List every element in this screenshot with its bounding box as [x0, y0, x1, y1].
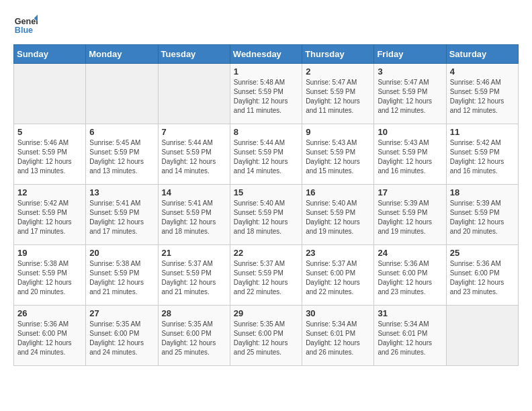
day-number: 23: [306, 248, 370, 258]
calendar-cell: 3Sunrise: 5:47 AM Sunset: 5:59 PM Daylig…: [374, 64, 446, 124]
calendar-cell: 28Sunrise: 5:35 AM Sunset: 6:00 PM Dayli…: [158, 306, 230, 366]
day-info: Sunrise: 5:35 AM Sunset: 6:00 PM Dayligh…: [234, 320, 298, 357]
calendar-cell: 14Sunrise: 5:41 AM Sunset: 5:59 PM Dayli…: [158, 185, 230, 245]
calendar-cell: 24Sunrise: 5:36 AM Sunset: 6:00 PM Dayli…: [374, 245, 446, 306]
calendar-cell: 19Sunrise: 5:38 AM Sunset: 5:59 PM Dayli…: [14, 245, 86, 306]
day-number: 10: [378, 127, 442, 137]
day-info: Sunrise: 5:39 AM Sunset: 5:59 PM Dayligh…: [450, 199, 515, 236]
calendar-week-2: 5Sunrise: 5:46 AM Sunset: 5:59 PM Daylig…: [14, 124, 519, 185]
calendar-week-3: 12Sunrise: 5:42 AM Sunset: 5:59 PM Dayli…: [14, 185, 519, 245]
day-number: 1: [234, 66, 298, 77]
weekday-header-tuesday: Tuesday: [158, 45, 230, 64]
day-number: 5: [17, 127, 82, 137]
page-header: General Blue: [13, 13, 519, 38]
day-info: Sunrise: 5:46 AM Sunset: 5:59 PM Dayligh…: [450, 78, 515, 116]
day-number: 11: [450, 127, 515, 137]
day-number: 2: [306, 66, 370, 77]
day-info: Sunrise: 5:38 AM Sunset: 5:59 PM Dayligh…: [89, 259, 154, 297]
calendar-cell: 10Sunrise: 5:43 AM Sunset: 5:59 PM Dayli…: [374, 124, 446, 185]
day-info: Sunrise: 5:34 AM Sunset: 6:01 PM Dayligh…: [378, 320, 442, 357]
day-number: 25: [450, 248, 515, 258]
calendar-cell: 31Sunrise: 5:34 AM Sunset: 6:01 PM Dayli…: [374, 306, 446, 366]
day-number: 31: [378, 308, 442, 318]
calendar-cell: 18Sunrise: 5:39 AM Sunset: 5:59 PM Dayli…: [446, 185, 518, 245]
calendar-cell: 26Sunrise: 5:36 AM Sunset: 6:00 PM Dayli…: [14, 306, 86, 366]
day-info: Sunrise: 5:41 AM Sunset: 5:59 PM Dayligh…: [162, 199, 226, 236]
day-number: 20: [89, 248, 154, 258]
day-info: Sunrise: 5:43 AM Sunset: 5:59 PM Dayligh…: [378, 138, 442, 176]
day-number: 9: [306, 127, 370, 137]
day-number: 19: [17, 248, 82, 258]
calendar-cell: 20Sunrise: 5:38 AM Sunset: 5:59 PM Dayli…: [86, 245, 158, 306]
weekday-header-sunday: Sunday: [14, 45, 86, 64]
calendar-cell: [14, 64, 86, 124]
day-info: Sunrise: 5:36 AM Sunset: 6:00 PM Dayligh…: [378, 259, 442, 297]
calendar-week-4: 19Sunrise: 5:38 AM Sunset: 5:59 PM Dayli…: [14, 245, 519, 306]
day-number: 3: [378, 66, 442, 77]
calendar-cell: 9Sunrise: 5:43 AM Sunset: 5:59 PM Daylig…: [302, 124, 374, 185]
day-info: Sunrise: 5:36 AM Sunset: 6:00 PM Dayligh…: [17, 320, 82, 357]
day-info: Sunrise: 5:37 AM Sunset: 6:00 PM Dayligh…: [306, 259, 370, 297]
day-number: 8: [234, 127, 298, 137]
day-number: 16: [306, 187, 370, 197]
calendar-cell: 4Sunrise: 5:46 AM Sunset: 5:59 PM Daylig…: [446, 64, 518, 124]
calendar-cell: 30Sunrise: 5:34 AM Sunset: 6:01 PM Dayli…: [302, 306, 374, 366]
day-number: 17: [378, 187, 442, 197]
day-info: Sunrise: 5:37 AM Sunset: 5:59 PM Dayligh…: [162, 259, 226, 297]
day-number: 7: [162, 127, 226, 137]
calendar-cell: 25Sunrise: 5:36 AM Sunset: 6:00 PM Dayli…: [446, 245, 518, 306]
day-info: Sunrise: 5:44 AM Sunset: 5:59 PM Dayligh…: [234, 138, 298, 176]
day-info: Sunrise: 5:43 AM Sunset: 5:59 PM Dayligh…: [306, 138, 370, 176]
day-info: Sunrise: 5:34 AM Sunset: 6:01 PM Dayligh…: [306, 320, 370, 357]
calendar-cell: [86, 64, 158, 124]
weekday-header-wednesday: Wednesday: [230, 45, 302, 64]
day-info: Sunrise: 5:37 AM Sunset: 5:59 PM Dayligh…: [234, 259, 298, 297]
day-number: 21: [162, 248, 226, 258]
calendar-cell: 23Sunrise: 5:37 AM Sunset: 6:00 PM Dayli…: [302, 245, 374, 306]
day-info: Sunrise: 5:44 AM Sunset: 5:59 PM Dayligh…: [162, 138, 226, 176]
calendar-cell: 2Sunrise: 5:47 AM Sunset: 5:59 PM Daylig…: [302, 64, 374, 124]
calendar-cell: 13Sunrise: 5:41 AM Sunset: 5:59 PM Dayli…: [86, 185, 158, 245]
day-number: 30: [306, 308, 370, 318]
day-info: Sunrise: 5:42 AM Sunset: 5:59 PM Dayligh…: [450, 138, 515, 176]
calendar-cell: [446, 306, 518, 366]
day-number: 15: [234, 187, 298, 197]
day-info: Sunrise: 5:40 AM Sunset: 5:59 PM Dayligh…: [234, 199, 298, 236]
calendar-cell: 21Sunrise: 5:37 AM Sunset: 5:59 PM Dayli…: [158, 245, 230, 306]
weekday-header-saturday: Saturday: [446, 45, 518, 64]
calendar-cell: 6Sunrise: 5:45 AM Sunset: 5:59 PM Daylig…: [86, 124, 158, 185]
weekday-header-thursday: Thursday: [302, 45, 374, 64]
calendar-cell: 5Sunrise: 5:46 AM Sunset: 5:59 PM Daylig…: [14, 124, 86, 185]
day-number: 28: [162, 308, 226, 318]
day-info: Sunrise: 5:35 AM Sunset: 6:00 PM Dayligh…: [89, 320, 154, 357]
day-info: Sunrise: 5:48 AM Sunset: 5:59 PM Dayligh…: [234, 78, 298, 116]
day-info: Sunrise: 5:38 AM Sunset: 5:59 PM Dayligh…: [17, 259, 82, 297]
day-number: 14: [162, 187, 226, 197]
day-number: 26: [17, 308, 82, 318]
logo-icon: General Blue: [13, 13, 38, 38]
calendar-cell: 17Sunrise: 5:39 AM Sunset: 5:59 PM Dayli…: [374, 185, 446, 245]
calendar-cell: 1Sunrise: 5:48 AM Sunset: 5:59 PM Daylig…: [230, 64, 302, 124]
calendar-cell: 15Sunrise: 5:40 AM Sunset: 5:59 PM Dayli…: [230, 185, 302, 245]
weekday-header-friday: Friday: [374, 45, 446, 64]
day-info: Sunrise: 5:47 AM Sunset: 5:59 PM Dayligh…: [378, 78, 442, 116]
day-info: Sunrise: 5:41 AM Sunset: 5:59 PM Dayligh…: [89, 199, 154, 236]
day-info: Sunrise: 5:36 AM Sunset: 6:00 PM Dayligh…: [450, 259, 515, 297]
calendar-cell: [158, 64, 230, 124]
day-number: 6: [89, 127, 154, 137]
day-number: 13: [89, 187, 154, 197]
logo: General Blue: [13, 13, 38, 38]
day-info: Sunrise: 5:42 AM Sunset: 5:59 PM Dayligh…: [17, 199, 82, 236]
day-info: Sunrise: 5:46 AM Sunset: 5:59 PM Dayligh…: [17, 138, 82, 176]
day-info: Sunrise: 5:35 AM Sunset: 6:00 PM Dayligh…: [162, 320, 226, 357]
calendar-week-1: 1Sunrise: 5:48 AM Sunset: 5:59 PM Daylig…: [14, 64, 519, 124]
day-info: Sunrise: 5:39 AM Sunset: 5:59 PM Dayligh…: [378, 199, 442, 236]
svg-text:Blue: Blue: [15, 26, 33, 35]
day-number: 18: [450, 187, 515, 197]
day-number: 24: [378, 248, 442, 258]
calendar-cell: 29Sunrise: 5:35 AM Sunset: 6:00 PM Dayli…: [230, 306, 302, 366]
day-info: Sunrise: 5:47 AM Sunset: 5:59 PM Dayligh…: [306, 78, 370, 116]
calendar-cell: 12Sunrise: 5:42 AM Sunset: 5:59 PM Dayli…: [14, 185, 86, 245]
day-info: Sunrise: 5:45 AM Sunset: 5:59 PM Dayligh…: [89, 138, 154, 176]
calendar-cell: 11Sunrise: 5:42 AM Sunset: 5:59 PM Dayli…: [446, 124, 518, 185]
